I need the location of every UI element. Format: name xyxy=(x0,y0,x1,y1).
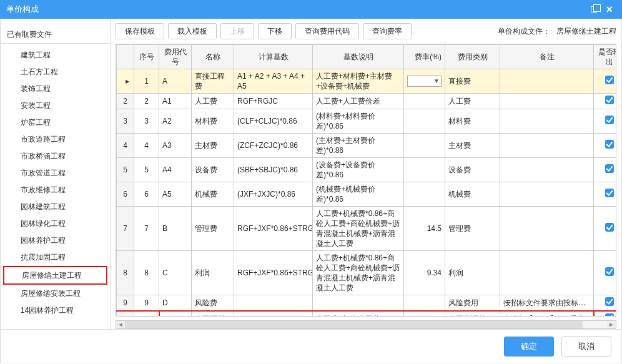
cell-rate[interactable]: 21 xyxy=(404,311,445,317)
cell-output[interactable] xyxy=(594,182,617,207)
cell-name[interactable]: 风险费 xyxy=(192,295,234,312)
cell-desc[interactable]: (机械费+机械费价差)*0.86 xyxy=(313,182,404,207)
cell-rate[interactable] xyxy=(404,182,445,207)
cell-output[interactable] xyxy=(594,295,617,312)
cell-output[interactable] xyxy=(594,207,617,251)
tree-item[interactable]: 市政维修工程 xyxy=(3,182,107,198)
table-row[interactable]: 44A3主材费(ZCF+ZCJC)*0.86(主材费+主材费价差)*0.86主材… xyxy=(117,134,617,158)
header-remark[interactable]: 备注 xyxy=(500,45,594,69)
cell-basis[interactable] xyxy=(234,295,313,312)
cell-name[interactable]: 人工调增 xyxy=(192,311,234,317)
cell-remark[interactable] xyxy=(500,251,594,295)
tree-item[interactable]: 房屋修缮安装工程 xyxy=(3,285,107,302)
move-down-button[interactable]: 下移 xyxy=(258,23,292,39)
checkbox-checked-icon[interactable] xyxy=(605,267,614,276)
table-row[interactable]: 33A2材料费(CLF+CLJC)*0.86(材料费+材料费价差)*0.86材料… xyxy=(117,109,617,134)
header-category[interactable]: 费用类别 xyxy=(445,45,500,69)
cell-serial[interactable]: 6 xyxy=(134,182,159,207)
cell-output[interactable] xyxy=(594,158,617,182)
cell-basis[interactable]: (SBF+SBJC)*0.86 xyxy=(234,158,313,182)
cell-rate[interactable] xyxy=(404,295,445,312)
table-row[interactable]: 55A4设备费(SBF+SBJC)*0.86(设备费+设备费价差)*0.86设备… xyxy=(117,158,617,182)
checkbox-checked-icon[interactable] xyxy=(605,297,614,306)
tree-item[interactable]: 炉窑工程 xyxy=(3,114,107,130)
tree-item[interactable]: 园林绿化工程 xyxy=(3,215,107,232)
cell-basis[interactable]: RGF+RGJC xyxy=(234,94,313,109)
cell-output[interactable] xyxy=(594,134,617,158)
cell-basis[interactable]: (ZCF+ZCJC)*0.86 xyxy=(234,134,313,158)
chevron-down-icon[interactable]: ▼ xyxy=(433,76,440,86)
tree-item[interactable]: 园林建筑工程 xyxy=(3,199,107,215)
cell-output[interactable] xyxy=(594,251,617,295)
checkbox-checked-icon[interactable] xyxy=(605,96,614,104)
table-row[interactable]: 77B管理费RGF+JXF*0.86+STRGF+STJXF+LQTJXF+LQ… xyxy=(117,207,617,251)
row-marker[interactable]: 1 xyxy=(117,69,134,94)
cell-remark[interactable] xyxy=(500,134,594,158)
restore-icon[interactable] xyxy=(591,0,597,19)
row-marker[interactable]: 6 xyxy=(117,182,134,207)
row-marker[interactable]: 4 xyxy=(117,134,134,158)
checkbox-checked-icon[interactable] xyxy=(605,140,614,149)
cell-serial[interactable]: 5 xyxy=(134,158,159,182)
cell-rate[interactable] xyxy=(404,158,445,182)
checkbox-checked-icon[interactable] xyxy=(605,189,614,197)
cell-output[interactable] xyxy=(594,94,617,109)
checkbox-checked-icon[interactable] xyxy=(605,313,614,317)
scroll-right-icon[interactable]: ► xyxy=(607,321,616,328)
table-row[interactable]: 88C利润RGF+JXF*0.86+STRGF+STJXF+LQTJXF+LQT… xyxy=(117,251,617,295)
cell-rate[interactable] xyxy=(404,109,445,134)
save-template-button[interactable]: 保存模板 xyxy=(116,23,164,39)
cell-category[interactable]: 材料费 xyxy=(445,109,500,134)
scroll-thumb[interactable] xyxy=(125,321,583,328)
cell-category[interactable]: 人工费调整 xyxy=(445,311,500,317)
cell-category[interactable]: 直接费 xyxy=(445,69,500,94)
checkbox-checked-icon[interactable] xyxy=(605,76,614,84)
tree-item[interactable]: 建筑工程 xyxy=(3,47,107,63)
row-marker[interactable]: 8 xyxy=(117,251,134,295)
cell-name[interactable]: 直接工程费 xyxy=(192,69,234,94)
cell-category[interactable]: 利润 xyxy=(445,251,500,295)
cell-desc[interactable]: 人工费+人工费价差 xyxy=(313,94,404,109)
tree-item[interactable]: 市政道路工程 xyxy=(3,131,107,147)
cell-output[interactable] xyxy=(594,109,617,134)
cell-output[interactable] xyxy=(594,311,617,317)
header-serial[interactable]: 序号 xyxy=(134,45,159,69)
cell-code[interactable]: D xyxy=(159,295,192,312)
cell-name[interactable]: 材料费 xyxy=(192,109,234,134)
row-marker[interactable]: 2 xyxy=(117,94,134,109)
cell-rate[interactable]: 9.34 xyxy=(404,251,445,295)
cell-rate[interactable] xyxy=(404,134,445,158)
cell-desc[interactable]: (主材费+主材费价差)*0.86 xyxy=(313,134,404,158)
tree-item[interactable]: 房屋修缮土建工程 xyxy=(3,266,107,285)
tree-item[interactable]: 市政管道工程 xyxy=(3,165,107,181)
cell-serial[interactable]: 7 xyxy=(134,207,159,251)
cell-basis[interactable]: (JXF+JXJC)*0.86 xyxy=(234,182,313,207)
cell-code[interactable]: B xyxy=(159,207,192,251)
cell-remark[interactable] xyxy=(500,69,594,94)
cell-desc[interactable]: (材料费+材料费价差)*0.86 xyxy=(313,109,404,134)
cell-code[interactable]: A4 xyxy=(159,158,192,182)
cell-serial[interactable]: 8 xyxy=(134,251,159,295)
query-rate-button[interactable]: 查询费率 xyxy=(363,23,412,39)
table-row[interactable]: 99D风险费风险费用按招标文件要求由投标… xyxy=(117,295,617,312)
cell-name[interactable]: 利润 xyxy=(192,251,234,295)
cell-desc[interactable] xyxy=(313,295,404,312)
header-name[interactable]: 名称 xyxy=(192,45,234,69)
cell-basis[interactable]: RGF+JSRGF*0.86 xyxy=(234,311,313,317)
header-desc[interactable]: 基数说明 xyxy=(313,45,404,69)
cell-category[interactable]: 设备费 xyxy=(445,158,500,182)
header-basis[interactable]: 计算基数 xyxy=(234,45,313,69)
cell-category[interactable]: 风险费用 xyxy=(445,295,500,312)
tree-item[interactable]: 园林养护工程 xyxy=(3,232,107,248)
cell-name[interactable]: 人工费 xyxy=(192,94,234,109)
cell-remark[interactable] xyxy=(500,182,594,207)
cell-rate[interactable]: ▼ xyxy=(404,69,445,94)
cell-category[interactable]: 机械费 xyxy=(445,182,500,207)
tree-item[interactable]: 装饰工程 xyxy=(3,81,107,97)
cell-serial[interactable]: 3 xyxy=(134,109,159,134)
cell-basis[interactable]: RGF+JXF*0.86+STRGF+STJXF+LQTJXF+LQTRGF xyxy=(234,251,313,295)
cell-name[interactable]: 机械费 xyxy=(192,182,234,207)
cell-name[interactable]: 管理费 xyxy=(192,207,234,251)
cell-serial[interactable]: 1 xyxy=(134,69,159,94)
table-row[interactable]: 1010E人工调增RGF+JSRGF*0.86人工费+机上人工费*0.8621人… xyxy=(117,311,617,317)
